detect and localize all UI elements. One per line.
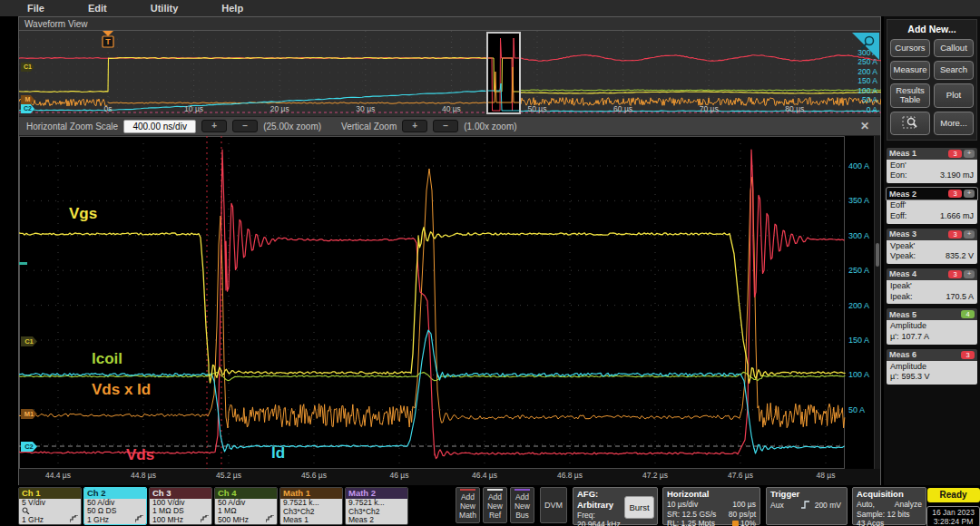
svg-text:100 A: 100 A [858,86,877,95]
zoom-scale-input[interactable]: 400.00 ns/div [123,120,196,133]
close-zoom-icon[interactable]: ✕ [860,120,873,132]
horizontal-window: 100 µs [732,500,756,510]
meas-5-chip[interactable]: Meas 5 4 Amplitude µ':107.7 A [887,308,977,344]
meas-6-title: Amplitude [890,362,974,373]
burst-button[interactable]: Burst [624,496,654,519]
add-new-math-button[interactable]: Add New Math [456,487,480,523]
warning-icon [732,521,739,526]
channel-3-badge[interactable]: Ch 3 100 V/div 1 MΩ DS 100 MHz [149,487,212,525]
math1-scale: 9.7521 k... [283,499,319,507]
ch2-badge-title: Ch 2 [84,488,146,499]
svg-text:250 A: 250 A [848,266,869,275]
menu-utility[interactable]: Utility [151,3,179,14]
meas-3-value: 835.2 V [946,251,974,262]
hzoom-decrease-button[interactable]: − [232,120,258,132]
meas-6-label: Meas 6 [889,350,916,359]
ready-status-badge[interactable]: Ready [927,488,980,502]
menu-file[interactable]: File [27,3,44,14]
callout-button[interactable]: Callout [934,39,974,57]
horizontal-scale: 10 µs/div [667,500,698,510]
meas-3-label: Meas 3 [889,229,916,239]
id-trace-label: Id [271,444,285,463]
probe-icon [22,507,30,516]
magnifier-select-icon [902,115,918,132]
rising-edge-icon [800,500,811,512]
hzoom-increase-button[interactable]: + [201,120,227,132]
overview-plot: 0s10 µs20 µs30 µs40 µs50 µs60 µs70 µs80 … [19,31,881,116]
afg-panel[interactable]: AFG: Arbitrary Freq: 20.9644 kHz Amp: 5 … [573,487,658,525]
vzoom-decrease-button[interactable]: − [433,120,458,132]
meas-3-add-icon[interactable]: + [964,230,975,239]
plot-button[interactable]: Plot [934,83,974,108]
trigger-title: Trigger [770,489,843,500]
meas-5-label: Meas 5 [889,310,916,319]
channel-1-badge[interactable]: Ch 1 5 V/div 1 GHz [18,487,82,525]
hzoom-factor-label: (25.00x zoom) [263,122,321,132]
meas-2-value-label: Eoff: [890,211,906,222]
meas-4-add-icon[interactable]: + [964,270,975,278]
meas-1-chip[interactable]: Meas 1 3+ Eon' Eon:3.190 mJ [887,148,977,183]
icoil-trace-label: Icoil [92,350,122,368]
measure-button[interactable]: Measure [890,61,930,79]
math-color-stripe [460,489,475,491]
search-button[interactable]: Search [934,61,974,79]
add-new-ref-button[interactable]: Add New Ref [483,487,507,523]
zoom-annotation-button[interactable] [890,112,930,135]
math2-badge-title: Math 2 [346,488,407,499]
cursors-button[interactable]: Cursors [890,39,930,57]
meas-2-source-badge: 3 [948,190,962,198]
vzoom-increase-button[interactable]: + [402,120,427,132]
ch3-termination: 1 MΩ DS [152,507,184,515]
acquisition-panel[interactable]: Acquisition Auto,Analyze Sample: 12 bits… [852,487,926,525]
svg-text:50 A: 50 A [862,95,877,104]
scrollbar-handle[interactable] [876,243,879,267]
ch1-scale: 5 V/div [22,499,45,507]
time-tick-label: 47.2 µs [632,471,678,480]
math1-badge-title: Math 1 [280,488,342,499]
math-1-badge[interactable]: Math 1 9.7521 k... Ch3*Ch2 Meas 1 [279,487,343,525]
bottom-bar: Ch 1 5 V/div 1 GHz Ch 2 50 A/div 50 Ω DS… [18,487,980,526]
horizontal-panel[interactable]: Horizontal 10 µs/div100 µs SR: 12.5 GS/s… [662,487,760,525]
meas-2-title: Eoff' [890,200,974,211]
bus-color-stripe [514,489,530,491]
ch2-termination: 50 Ω DS [87,507,116,515]
svg-text:T: T [105,37,111,46]
ch3-bandwidth: 100 MHz [152,516,183,524]
svg-text:40 µs: 40 µs [442,104,461,113]
dvm-button[interactable]: DVM [540,487,567,523]
more-button[interactable]: More... [934,112,974,135]
oscilloscope-screen: File Edit Utility Help Waveform View 0s1… [0,0,980,526]
results-table-button[interactable]: Results Table [890,83,930,108]
meas-1-value-label: Eon: [890,170,907,181]
vertical-scrollbar[interactable] [874,136,880,469]
svg-text:100 A: 100 A [848,370,869,379]
svg-text:350 A: 350 A [848,196,869,205]
add-new-bus-button[interactable]: Add New Bus [510,487,534,523]
meas-2-chip[interactable]: Meas 2 3+ Eoff' Eoff:1.666 mJ [887,188,977,223]
meas-4-chip[interactable]: Meas 4 3+ Ipeak' Ipeak:170.5 A [887,268,977,304]
svg-text:200 A: 200 A [848,301,869,310]
svg-text:150 A: 150 A [848,336,869,345]
menu-help[interactable]: Help [221,3,243,14]
position-percent: 10% [740,519,756,526]
svg-text:250 A: 250 A [858,57,877,66]
meas-6-chip[interactable]: Meas 6 3 Amplitude µ':595.3 V [887,349,977,385]
meas-1-add-icon[interactable]: + [964,150,975,158]
channel-4-badge[interactable]: Ch 4 50 A/div 1 MΩ 500 MHz [214,487,278,525]
meas-4-title: Ipeak' [890,281,974,292]
menu-edit[interactable]: Edit [88,3,107,14]
trigger-panel[interactable]: Trigger Aux 200 mV [766,487,848,525]
afg-frequency: Freq: 20.9644 kHz [577,511,622,526]
channel-2-badge[interactable]: Ch 2 50 A/div 50 Ω DS 1 GHz [83,487,147,525]
bandwidth-icon [266,515,274,524]
meas-6-value: 595.3 V [901,372,929,383]
svg-text:30 µs: 30 µs [356,104,375,113]
waveform-overview[interactable]: 0s10 µs20 µs30 µs40 µs50 µs60 µs70 µs80 … [19,31,880,116]
add-new-title: Add New... [890,24,974,34]
meas-3-chip[interactable]: Meas 3 3+ Vpeak' Vpeak:835.2 V [887,229,977,264]
math-2-badge[interactable]: Math 2 9.7521 k... Ch3*Ch2 Meas 2 [345,487,408,525]
ch1-bandwidth: 1 GHz [22,516,44,524]
svg-text:10 µs: 10 µs [184,104,203,113]
zoomed-waveform-view[interactable]: 400 A350 A300 A250 A200 A150 A100 A50 A … [19,136,880,469]
meas-2-add-icon[interactable]: + [964,190,975,198]
